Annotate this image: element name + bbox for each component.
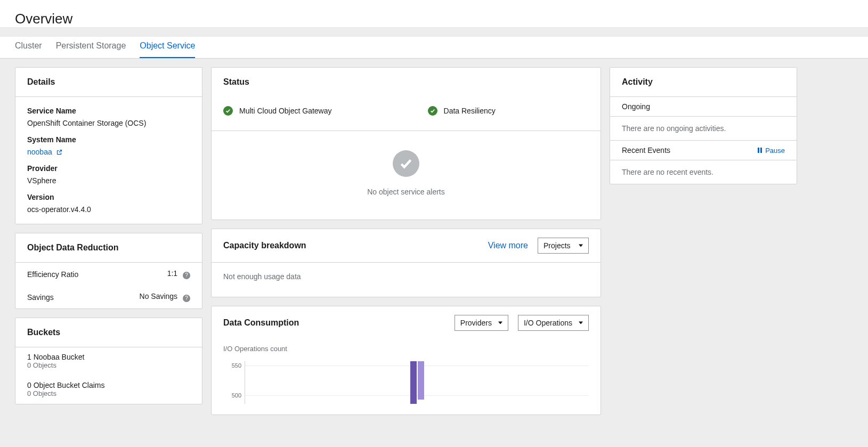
alert-empty-text: No object service alerts [367, 188, 445, 196]
consumption-dropdown-2[interactable]: I/O Operations [518, 315, 589, 331]
system-name-label: System Name [27, 134, 190, 145]
efficiency-label: Efficiency Ratio [27, 270, 78, 279]
service-name-value: OpenShift Container Storage (OCS) [27, 118, 190, 129]
bucket-sub-2: 0 Objects [15, 389, 202, 404]
capacity-header-controls: View more Projects [488, 238, 589, 254]
consumption-dropdown-1-label: Providers [460, 319, 492, 327]
right-column: Activity Ongoing There are no ongoing ac… [610, 67, 797, 184]
tab-object-service[interactable]: Object Service [140, 37, 195, 58]
chart-bars [410, 361, 424, 404]
svg-marker-1 [498, 322, 502, 324]
svg-marker-0 [579, 245, 583, 247]
service-name-label: Service Name [27, 105, 190, 117]
status-item-gateway: Multi Cloud Object Gateway [223, 106, 332, 116]
svg-marker-2 [579, 322, 583, 324]
efficiency-value-wrap: 1:1 ? [167, 269, 190, 279]
capacity-dropdown-label: Projects [543, 241, 571, 250]
chart-bar-reads [410, 361, 417, 404]
status-item-gateway-label: Multi Cloud Object Gateway [239, 107, 332, 115]
provider-value: VSphere [27, 175, 190, 186]
caret-down-icon [579, 244, 583, 247]
pause-label: Pause [765, 147, 785, 155]
svg-rect-3 [758, 148, 759, 153]
savings-label: Savings [27, 293, 54, 302]
recent-events-label: Recent Events [622, 146, 670, 155]
consumption-chart-title: I/O Operations count [223, 345, 589, 353]
check-circle-large-icon [393, 150, 419, 177]
savings-value-wrap: No Savings ? [140, 292, 190, 302]
check-circle-icon [223, 106, 233, 116]
details-card: Details Service Name OpenShift Container… [15, 67, 202, 224]
version-label: Version [27, 192, 190, 203]
y-tick-500: 500 [232, 392, 241, 399]
bucket-line-2: 0 Object Bucket Claims [15, 376, 202, 389]
recent-empty: There are no recent events. [610, 160, 797, 184]
status-item-resiliency: Data Resiliency [428, 106, 496, 116]
y-tick-550: 550 [232, 362, 241, 369]
system-name-text: noobaa [27, 148, 52, 156]
chart-y-axis: 550 500 [223, 361, 241, 404]
consumption-heading: Data Consumption [223, 318, 299, 328]
consumption-dropdown-2-label: I/O Operations [524, 319, 572, 327]
buckets-heading: Buckets [15, 318, 202, 347]
details-heading: Details [15, 68, 202, 97]
provider-label: Provider [27, 163, 190, 174]
consumption-card: Data Consumption Providers I/O Operation… [211, 306, 601, 415]
efficiency-row: Efficiency Ratio 1:1 ? [15, 263, 202, 286]
version-value: ocs-operator.v4.4.0 [27, 204, 190, 215]
chart-bar-writes [418, 361, 424, 400]
recent-events-header: Recent Events Pause [610, 140, 797, 160]
savings-value: No Savings [140, 292, 178, 300]
consumption-chart: I/O Operations count 550 500 [212, 339, 601, 415]
consumption-header-controls: Providers I/O Operations [455, 315, 589, 331]
bucket-line-1: 1 Noobaa Bucket [15, 347, 202, 361]
capacity-dropdown[interactable]: Projects [538, 238, 589, 254]
status-heading: Status [212, 68, 601, 96]
center-column: Status Multi Cloud Object Gateway Data R… [211, 67, 601, 415]
pause-icon [757, 148, 762, 153]
capacity-empty-text: Not enough usage data [212, 263, 601, 297]
status-row: Multi Cloud Object Gateway Data Resilien… [212, 96, 601, 131]
consumption-dropdown-1[interactable]: Providers [455, 315, 508, 331]
check-circle-icon [428, 106, 437, 116]
page-scroll[interactable]: Overview Cluster Persistent Storage Obje… [0, 0, 868, 447]
alert-empty-state: No object service alerts [212, 131, 601, 220]
buckets-card: Buckets 1 Noobaa Bucket 0 Objects 0 Obje… [15, 318, 202, 404]
status-card: Status Multi Cloud Object Gateway Data R… [211, 67, 601, 220]
system-name-value: noobaa [27, 147, 190, 158]
data-reduction-heading: Object Data Reduction [15, 233, 202, 263]
details-body: Service Name OpenShift Container Storage… [15, 97, 202, 224]
capacity-card: Capacity breakdown View more Projects No… [211, 229, 601, 297]
svg-rect-4 [760, 148, 762, 153]
tab-cluster[interactable]: Cluster [15, 37, 42, 58]
activity-heading: Activity [610, 68, 797, 96]
caret-down-icon [498, 321, 502, 324]
info-icon[interactable]: ? [183, 295, 190, 302]
consumption-header: Data Consumption Providers I/O Operation… [212, 306, 601, 339]
caret-down-icon [579, 321, 583, 324]
info-icon[interactable]: ? [183, 272, 190, 279]
capacity-heading: Capacity breakdown [223, 241, 306, 250]
system-name-link[interactable]: noobaa [27, 148, 62, 156]
tab-row: Cluster Persistent Storage Object Servic… [0, 37, 868, 59]
savings-row: Savings No Savings ? [15, 286, 202, 308]
page-header: Overview [0, 0, 868, 27]
bucket-sub-1: 0 Objects [15, 361, 202, 376]
ongoing-empty: There are no ongoing activities. [610, 117, 797, 140]
status-item-resiliency-label: Data Resiliency [444, 107, 496, 115]
capacity-header: Capacity breakdown View more Projects [212, 229, 601, 263]
external-link-icon [56, 149, 62, 156]
tab-persistent-storage[interactable]: Persistent Storage [56, 37, 126, 58]
pause-button[interactable]: Pause [757, 147, 785, 155]
efficiency-value: 1:1 [167, 269, 177, 278]
chart-plot [245, 361, 589, 404]
left-column: Details Service Name OpenShift Container… [15, 67, 202, 404]
chart-area: 550 500 [223, 361, 589, 404]
view-more-link[interactable]: View more [488, 241, 528, 250]
dashboard-grid: Details Service Name OpenShift Container… [0, 59, 868, 436]
data-reduction-card: Object Data Reduction Efficiency Ratio 1… [15, 233, 202, 309]
ongoing-header: Ongoing [610, 96, 797, 117]
activity-card: Activity Ongoing There are no ongoing ac… [610, 67, 797, 184]
ongoing-label: Ongoing [622, 102, 650, 111]
page-title: Overview [15, 11, 853, 27]
